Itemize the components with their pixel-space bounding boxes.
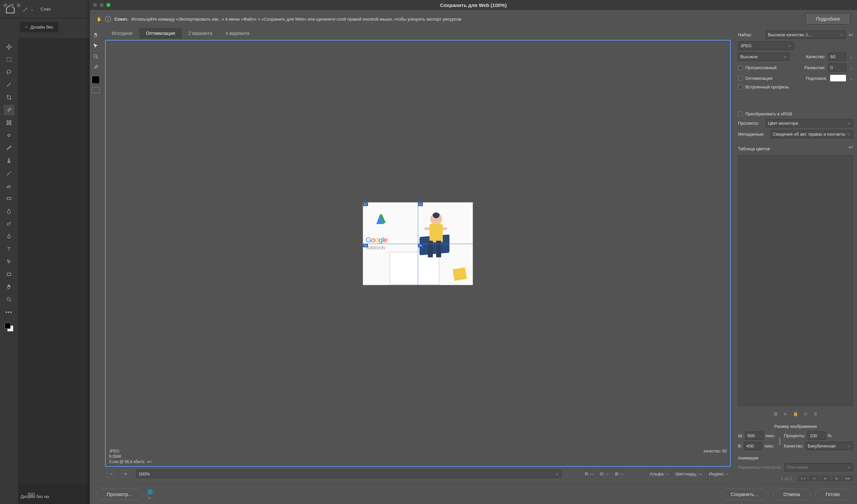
preview-format: JPEG xyxy=(109,449,727,453)
eraser-tool[interactable] xyxy=(4,181,14,191)
preview-canvas[interactable]: Google AdWords 01 xyxy=(106,40,730,447)
hand-tool[interactable] xyxy=(91,31,100,40)
eyedropper-tool[interactable] xyxy=(4,105,14,115)
maximize-window-icon[interactable] xyxy=(106,3,111,7)
ct-new-icon[interactable]: ⧉ xyxy=(804,411,807,417)
quality-input[interactable] xyxy=(828,52,846,61)
preset-select[interactable]: Высокое качество J... xyxy=(766,31,846,39)
preview-download-time: 3 сек @ 56,6 кбит/с xyxy=(109,459,145,464)
preview-image: Google AdWords 01 xyxy=(363,202,473,285)
ct-lock-icon[interactable]: 🔒 xyxy=(793,411,798,417)
color-table-tools: ▦ ◈ 🔒 ⧉ 🗑 xyxy=(738,410,853,418)
brush-tool[interactable] xyxy=(4,142,14,153)
metadata-label: Метаданные: xyxy=(738,132,768,137)
pen-tool[interactable] xyxy=(4,231,14,242)
color-swatches[interactable] xyxy=(5,323,13,332)
slice-visibility-toggle[interactable] xyxy=(92,87,100,93)
browser-preview-dropdown[interactable]: 🌐⌄ xyxy=(147,489,155,499)
color-table-title: Таблица цветов xyxy=(738,146,770,151)
dodge-tool[interactable] xyxy=(4,218,14,229)
save-button[interactable]: Сохранить... xyxy=(720,489,768,500)
resample-select[interactable]: Бикубическая xyxy=(805,442,853,450)
metadata-select[interactable]: Сведения об авт. правах и контакты xyxy=(771,130,853,138)
tab-4up[interactable]: 4 варианта xyxy=(219,28,256,38)
hand-tool[interactable] xyxy=(4,282,14,292)
spot-heal-tool[interactable] xyxy=(4,130,14,141)
blur-tool[interactable] xyxy=(4,206,14,216)
marquee-tool[interactable] xyxy=(4,54,14,65)
preview-filesize: 9,398K xyxy=(109,454,727,459)
document-tab[interactable]: × Дизайн без xyxy=(20,22,58,32)
preview-button[interactable]: Просмотр... xyxy=(96,489,142,500)
path-select-tool[interactable] xyxy=(4,256,14,267)
convert-srgb-checkbox[interactable] xyxy=(738,112,743,116)
width-input[interactable] xyxy=(745,432,763,440)
preview-mode-select[interactable]: Цвет монитора xyxy=(766,119,853,127)
svg-point-7 xyxy=(7,298,10,301)
progressive-checkbox[interactable] xyxy=(738,66,743,70)
minimize-window-icon[interactable] xyxy=(100,3,104,7)
rectangle-tool[interactable] xyxy=(4,269,14,280)
svg-point-5 xyxy=(7,223,10,226)
matte-label: Подложка: xyxy=(806,76,827,81)
eyedropper-color-swatch[interactable] xyxy=(92,76,100,84)
hand-tool-icon[interactable]: ✋ xyxy=(96,17,102,22)
close-icon[interactable]: × xyxy=(25,24,28,30)
slice-select-tool[interactable] xyxy=(91,41,100,51)
frame-tool[interactable] xyxy=(4,117,14,128)
cancel-button[interactable]: Отмена xyxy=(773,489,810,500)
gradient-tool[interactable] xyxy=(4,193,14,204)
preview-info-panel: JPEG 9,398K 3 сек @ 56,6 кбит/с ▾≡ качес… xyxy=(106,447,730,466)
ct-snap-icon[interactable]: ▦ xyxy=(774,411,777,417)
image-size-title: Размер изображения xyxy=(738,424,853,429)
dialog-traffic-lights[interactable] xyxy=(93,3,111,7)
tab-original[interactable]: Исходное xyxy=(105,28,139,38)
stamp-tool[interactable] xyxy=(4,155,14,166)
anim-next-button: |▶ xyxy=(832,475,842,482)
optimize-checkbox[interactable] xyxy=(738,76,743,81)
svg-rect-6 xyxy=(7,273,11,275)
zoom-tool-dialog[interactable] xyxy=(91,52,100,61)
crop-tool[interactable] xyxy=(4,92,14,103)
download-time-menu-icon[interactable]: ▾≡ xyxy=(147,459,152,464)
move-tool[interactable] xyxy=(4,41,14,52)
zoom-tool[interactable] xyxy=(4,294,14,305)
format-select[interactable]: JPEG xyxy=(738,41,794,50)
more-tools[interactable]: ••• xyxy=(4,307,14,318)
history-brush-tool[interactable] xyxy=(4,168,14,179)
convert-srgb-label: Преобразовать в sRGB xyxy=(745,111,792,116)
style-label[interactable]: Стил xyxy=(40,7,51,12)
dialog-titlebar: Сохранить для Web (100%) xyxy=(90,0,857,10)
zoom-select[interactable]: 100% xyxy=(136,470,561,478)
quality-label: Качество: xyxy=(806,54,825,59)
color-b: B: -- xyxy=(615,471,623,476)
height-input[interactable] xyxy=(744,442,762,450)
zoom-out-button[interactable]: − xyxy=(107,470,115,478)
magic-wand-tool[interactable] xyxy=(4,80,14,90)
blur-input[interactable] xyxy=(828,64,846,72)
close-window-icon[interactable] xyxy=(93,3,97,7)
color-table-menu-icon[interactable]: ▾≡ xyxy=(849,145,853,150)
percent-input[interactable] xyxy=(807,432,826,440)
more-info-button[interactable]: Подробнее xyxy=(805,13,850,24)
link-dimensions-icon[interactable]: ] xyxy=(779,437,781,445)
ct-cube-icon[interactable]: ◈ xyxy=(784,411,787,417)
lasso-tool[interactable] xyxy=(4,67,14,78)
brush-tool-indicator[interactable]: ⌄ xyxy=(22,6,34,12)
background-traffic-lights xyxy=(3,3,21,7)
matte-color-swatch[interactable] xyxy=(830,74,846,82)
tab-2up[interactable]: 2 варианта xyxy=(182,28,219,38)
bottom-doc-indicator: ▦ Дизайн без на xyxy=(13,494,49,499)
eyedropper-tool-dialog[interactable] xyxy=(91,63,100,72)
preset-menu-icon[interactable]: ▾≡ xyxy=(849,33,853,37)
anim-play-button: ▶ xyxy=(820,475,830,482)
quality-preset-select[interactable]: Высокое xyxy=(738,52,790,61)
done-button[interactable]: Готово xyxy=(816,489,850,500)
tab-optimized[interactable]: Оптимизация xyxy=(139,28,182,38)
ct-trash-icon[interactable]: 🗑 xyxy=(813,411,818,417)
embed-profile-checkbox[interactable] xyxy=(738,85,743,89)
preset-label: Набор: xyxy=(738,32,763,37)
text-tool[interactable] xyxy=(4,244,14,254)
zoom-in-button[interactable]: + xyxy=(122,470,130,478)
svg-rect-4 xyxy=(7,198,11,200)
